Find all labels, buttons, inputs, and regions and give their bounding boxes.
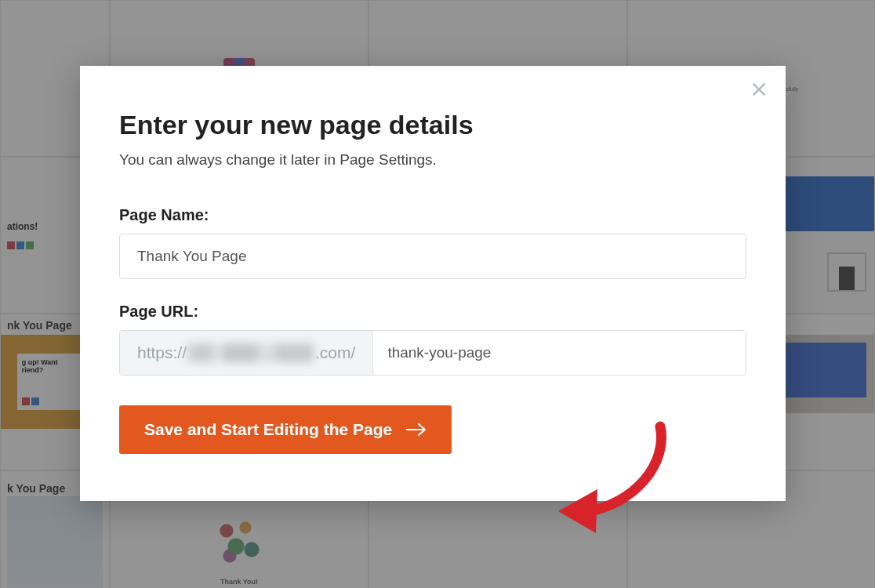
page-url-row: https://.com/	[119, 330, 746, 376]
save-button-label: Save and Start Editing the Page	[144, 420, 392, 439]
redacted-domain	[188, 343, 314, 362]
arrow-right-icon	[406, 423, 427, 437]
close-icon	[751, 82, 767, 97]
save-and-edit-button[interactable]: Save and Start Editing the Page	[119, 405, 452, 454]
new-page-modal: Enter your new page details You can alwa…	[80, 66, 786, 501]
page-url-slug-input[interactable]	[373, 331, 746, 375]
modal-subtitle: You can always change it later in Page S…	[119, 151, 746, 169]
page-url-label: Page URL:	[119, 303, 746, 321]
modal-title: Enter your new page details	[119, 110, 746, 140]
close-button[interactable]	[748, 78, 770, 100]
url-prefix: https://.com/	[120, 331, 373, 375]
page-name-label: Page Name:	[119, 206, 746, 224]
page-name-input[interactable]	[119, 234, 746, 279]
